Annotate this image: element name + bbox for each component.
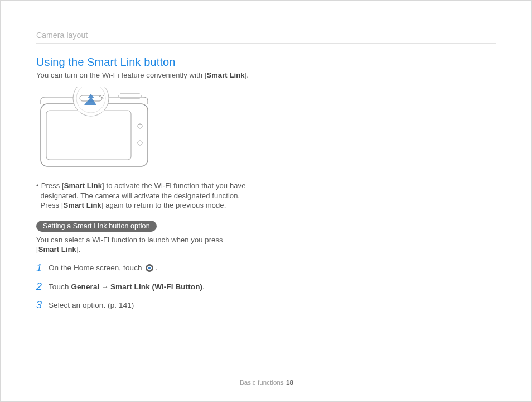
subsection-pill: Setting a Smart Link button option: [36, 221, 157, 232]
intro-bold: Smart Link: [206, 71, 244, 79]
b-line1-post: ] to activate the Wi-Fi function that yo…: [102, 181, 246, 190]
bullet-dot: •: [36, 181, 41, 190]
step-2-pre: Touch: [49, 283, 71, 291]
step-2-b1: General: [71, 283, 99, 291]
svg-point-10: [148, 267, 151, 269]
header-section-label: Camera layout: [36, 31, 496, 44]
step-3: 3 Select an option. (p. 141): [36, 299, 276, 311]
camera-illustration: [36, 87, 496, 173]
sub-line2-post: ].: [76, 245, 80, 253]
svg-rect-1: [46, 111, 131, 160]
step-1-pre: On the Home screen, touch: [49, 264, 144, 272]
sub-line1: You can select a Wi-Fi function to launc…: [36, 236, 223, 244]
b-line3-post: ] again to return to the previous mode.: [101, 201, 226, 209]
b-line3-pre: Press [: [40, 201, 63, 209]
sub-line2-bold: Smart Link: [38, 245, 76, 253]
settings-home-icon: [145, 264, 154, 272]
b-line2: designated. The camera will activate the…: [40, 192, 240, 200]
subsection-text: You can select a Wi-Fi function to launc…: [36, 235, 276, 255]
b-line1-bold: Smart Link: [64, 181, 102, 190]
svg-point-2: [138, 124, 142, 128]
step-3-text: Select an option. (p. 141): [49, 301, 134, 309]
camera-svg: [36, 87, 159, 171]
manual-page: Camera layout Using the Smart Link butto…: [0, 0, 532, 402]
step-num-3: 3: [36, 299, 49, 311]
bullet-note: •Press [Smart Link] to activate the Wi-F…: [36, 181, 276, 210]
step-num-1: 1: [36, 262, 49, 274]
b-line1-pre: Press [: [41, 181, 64, 190]
b-line3-bold: Smart Link: [64, 201, 101, 209]
footer-page-number: 18: [284, 379, 293, 386]
intro-pre: You can turn on the Wi-Fi feature conven…: [36, 71, 206, 79]
footer-label: Basic functions: [240, 379, 284, 386]
intro-text: You can turn on the Wi-Fi feature conven…: [36, 71, 496, 79]
svg-rect-4: [119, 94, 141, 98]
steps-list: 1 On the Home screen, touch . 2 Touch Ge…: [36, 262, 276, 311]
arrow-icon: →: [99, 283, 110, 291]
svg-point-3: [138, 141, 142, 145]
step-2: 2 Touch General→Smart Link (Wi-Fi Button…: [36, 281, 276, 293]
step-2-post: .: [202, 283, 205, 291]
step-1-text: On the Home screen, touch .: [49, 264, 157, 272]
step-2-b2: Smart Link (Wi-Fi Button): [110, 283, 202, 291]
step-1: 1 On the Home screen, touch .: [36, 262, 276, 274]
page-footer: Basic functions18: [1, 379, 532, 386]
step-num-2: 2: [36, 281, 49, 293]
page-title: Using the Smart Link button: [36, 56, 496, 69]
step-1-post: .: [155, 264, 157, 272]
intro-post: ].: [245, 71, 249, 79]
step-2-text: Touch General→Smart Link (Wi-Fi Button).: [49, 283, 205, 291]
